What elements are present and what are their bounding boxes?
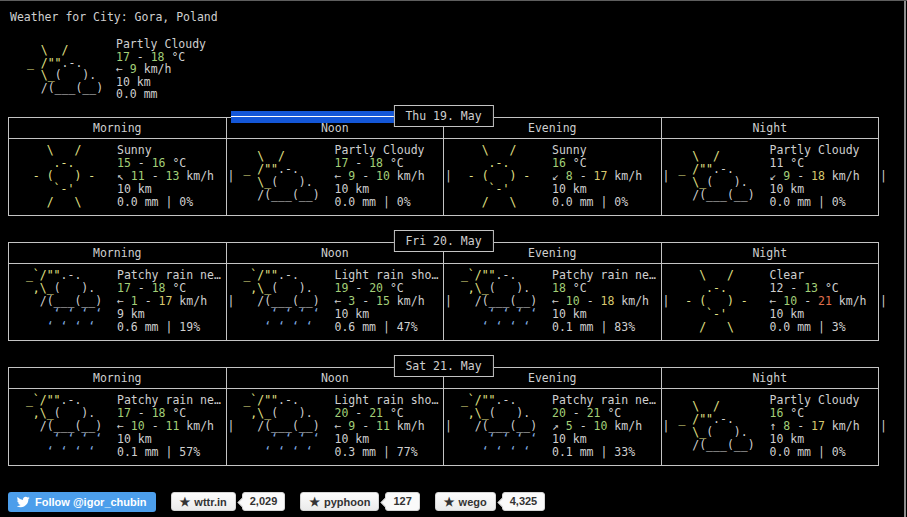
colored-text: 10	[566, 294, 580, 308]
github-star-button[interactable]: ★wego	[435, 492, 496, 511]
colored-text: -	[355, 419, 376, 433]
colored-text: km/h	[137, 62, 172, 76]
colored-text: \_	[672, 175, 707, 189]
twitter-follow-button[interactable]: Follow @igor_chubin	[8, 492, 156, 512]
colored-text: ‘ ‘ ‘ ‘	[19, 307, 102, 321]
github-star-count[interactable]: 127	[385, 492, 419, 511]
weather-details: Patchy rain ne…18 °C← 10 - 18 km/h|10 km…	[552, 269, 661, 334]
precipitation-text: 0.0 mm | 0%	[770, 446, 879, 459]
colored-text: `-'	[454, 182, 509, 196]
colored-text: 21	[587, 406, 601, 420]
colored-text: ,\_	[19, 281, 54, 295]
date-label: Fri 20. May	[393, 230, 493, 252]
period-header-night: Night	[662, 118, 879, 138]
colored-text: 18	[152, 406, 166, 420]
weather-details: Sunny16 °C↙ 8 - 17 km/h|10 km0.0 mm | 0%	[552, 144, 661, 209]
weather-cell: \ / .-. - ( ) - `-' / \Sunny16 °C↙ 8 - 1…	[444, 139, 662, 215]
precipitation-text: 0.6 mm | 47%	[335, 321, 444, 334]
visibility-text: 10 km	[552, 183, 661, 196]
colored-text: 19	[335, 281, 349, 295]
colored-text: ( ).	[489, 406, 531, 420]
day-forecast: Sat 21. MayMorningNoonEveningNight _`/""…	[8, 367, 879, 466]
weather-details: Patchy rain ne…17 - 18 °C← 10 - 11 km/h|…	[117, 394, 226, 459]
colored-text: 15	[376, 294, 390, 308]
colored-text: `-'	[19, 182, 74, 196]
colored-text: °C	[783, 406, 804, 420]
colored-text: ( ).	[271, 406, 313, 420]
colored-text: km/h	[825, 169, 860, 183]
github-button-label: wego	[459, 496, 487, 508]
colored-text: km/h	[607, 169, 642, 183]
colored-text: 17	[117, 281, 131, 295]
weather-details: Partly Cloudy11 °C↙ 9 - 18 km/h|10 km0.0…	[770, 144, 879, 209]
colored-text: - ( ) -	[19, 169, 95, 183]
colored-text: °C	[383, 281, 404, 295]
colored-text: km/h	[172, 294, 207, 308]
colored-text: km/h	[832, 294, 867, 308]
day-forecast: Thu 19. MayMorningNoonEveningNight \ / .…	[8, 117, 879, 216]
twitter-follow-label: Follow @igor_chubin	[35, 496, 147, 508]
colored-text: ←	[117, 419, 131, 433]
colored-text: 17	[335, 156, 349, 170]
colored-text: ←	[116, 62, 130, 76]
colored-text: 21	[369, 406, 383, 420]
ascii-art-row: / \	[672, 321, 770, 334]
forecast-table: MorningNoonEveningNight \ / .-. - ( ) - …	[8, 117, 879, 216]
colored-text: \ /	[454, 143, 516, 157]
colored-text: /(___(__)	[20, 81, 103, 95]
colored-text: ‘ ‘ ‘ ‘	[454, 307, 537, 321]
window-right-edge	[904, 1, 906, 517]
colored-text: 5	[566, 419, 573, 433]
github-star-button[interactable]: ★pyphoon	[300, 492, 379, 511]
colored-text: `-'	[672, 307, 727, 321]
border-tick: |	[880, 420, 887, 433]
forecast-row: \ / .-. - ( ) - `-' / \Sunny15 - 16 °C↖ …	[9, 139, 878, 215]
colored-text: 15	[117, 156, 131, 170]
colored-text: ( ).	[706, 175, 748, 189]
colored-text: ↙	[552, 169, 566, 183]
colored-text: ( ).	[54, 281, 96, 295]
github-star-button[interactable]: ★wttr.in	[171, 492, 236, 511]
github-button-label: wttr.in	[194, 496, 226, 508]
weather-cell: \ / _ /"".-. \_( ). /(___(__)Partly Clou…	[662, 139, 879, 215]
ascii-art-row: / \	[19, 196, 117, 209]
border-tick: |	[880, 295, 887, 308]
precipitation-text: 0.1 mm | 33%	[552, 446, 661, 459]
colored-text: 17	[811, 419, 825, 433]
colored-text: ←	[552, 294, 566, 308]
wind-text: ← 3 - 15 km/h|	[335, 295, 444, 308]
ascii-art-row: ‘ ‘ ‘ ‘	[237, 446, 335, 459]
colored-text: ‘ ‘ ‘ ‘	[237, 432, 320, 446]
colored-text: ( ).	[489, 281, 531, 295]
colored-text: °C	[818, 281, 839, 295]
colored-text: ‘ ‘ ‘ ‘	[454, 320, 530, 334]
colored-text: / \	[454, 195, 516, 209]
precipitation-text: 0.1 mm | 57%	[117, 446, 226, 459]
weather-details: Partly Cloudy17 - 18 °C← 9 - 10 km/h|10 …	[335, 144, 444, 209]
colored-text: km/h	[614, 294, 649, 308]
colored-text: - ( ) -	[672, 294, 748, 308]
colored-text: 18	[152, 281, 166, 295]
border-tick: |	[880, 170, 887, 183]
github-star-count[interactable]: 2,029	[242, 492, 286, 511]
colored-text: km/h	[825, 419, 860, 433]
wind-text: ↑ 8 - 17 km/h|	[770, 420, 879, 433]
github-star-count[interactable]: 4,325	[502, 492, 546, 511]
colored-text: 18	[601, 294, 615, 308]
ascii-art-row: /(___(__)	[237, 189, 335, 202]
visibility-text: 10 km	[117, 183, 226, 196]
footer-buttons: Follow @igor_chubin ★wttr.in2,029★pyphoo…	[8, 492, 907, 512]
colored-text: 11	[376, 419, 390, 433]
colored-text: ( ).	[706, 425, 748, 439]
weather-details: Partly Cloudy16 °C↑ 8 - 17 km/h|10 km0.0…	[770, 394, 879, 459]
colored-text: °C	[566, 156, 587, 170]
weather-cell: _`/"".-. ,\_( ). /(___(__) ‘ ‘ ‘ ‘ ‘ ‘ ‘…	[227, 264, 445, 340]
colored-text: _`/""	[19, 268, 61, 282]
colored-text: _ /""	[237, 162, 279, 176]
colored-text: ‘ ‘ ‘ ‘	[454, 445, 530, 459]
colored-text: 18	[811, 169, 825, 183]
colored-text: km/h	[390, 294, 425, 308]
colored-text: /(___(__)	[454, 294, 537, 308]
colored-text: ‘ ‘ ‘ ‘	[237, 445, 313, 459]
precipitation-text: 0.1 mm | 83%	[552, 321, 661, 334]
